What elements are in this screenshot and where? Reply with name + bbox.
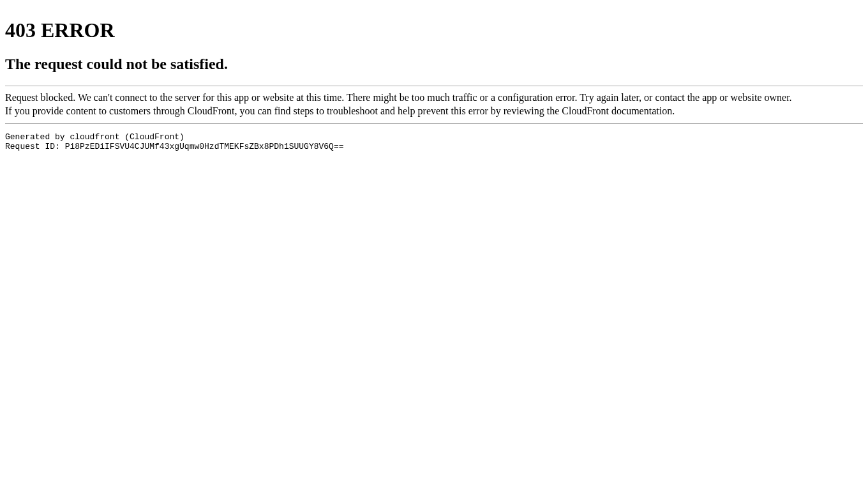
generated-by-line: Generated by cloudfront (CloudFront)	[5, 132, 184, 142]
error-message-line1: Request blocked. We can't connect to the…	[5, 91, 863, 105]
divider-bottom	[5, 123, 863, 124]
error-title: 403 ERROR	[5, 19, 863, 42]
error-message-line2: If you provide content to customers thro…	[5, 105, 863, 118]
error-details: Generated by cloudfront (CloudFront) Req…	[5, 132, 863, 151]
error-subtitle: The request could not be satisfied.	[5, 56, 863, 73]
divider-top	[5, 86, 863, 86]
request-id-label: Request ID:	[5, 142, 65, 151]
request-id-value: Pi8PzEDiIFSVU4CJUMf43xgUqmw0HzdTMEKFsZBx…	[65, 142, 344, 151]
